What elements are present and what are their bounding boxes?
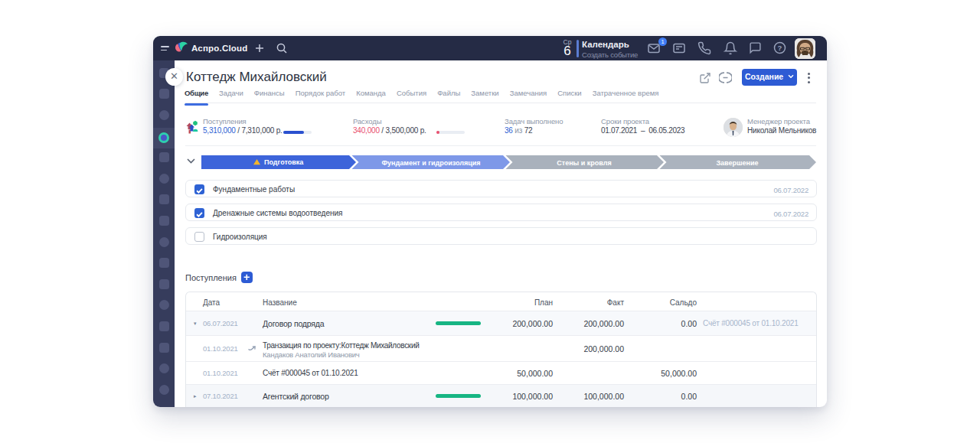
- svg-text:Подготовка: Подготовка: [264, 158, 304, 166]
- svg-text:Завершение: Завершение: [716, 159, 758, 167]
- svg-text:Фундамент и гидроизоляция: Фундамент и гидроизоляция: [381, 159, 480, 167]
- svg-text:Стены и кровля: Стены и кровля: [557, 159, 611, 167]
- svg-text:?: ?: [778, 44, 782, 52]
